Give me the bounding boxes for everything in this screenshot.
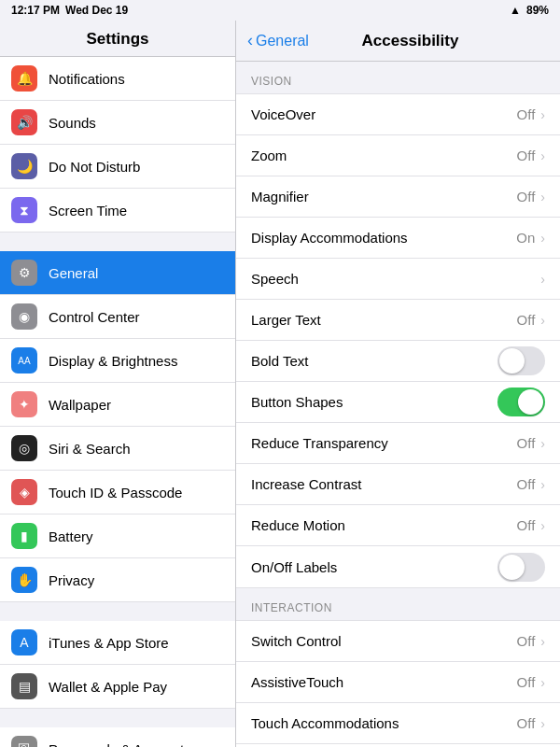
- section-group-1: Switch ControlOff›AssistiveTouchOff›Touc…: [236, 620, 560, 747]
- row-value: Off: [517, 435, 536, 451]
- toggle-button-shapes[interactable]: [497, 388, 545, 416]
- detail-row-0-9[interactable]: Increase ContrastOff›: [236, 464, 560, 505]
- row-value: Off: [517, 715, 536, 731]
- status-left: 12:17 PM Wed Dec 19: [11, 4, 128, 17]
- detail-header: ‹ General Accessibility: [236, 21, 560, 62]
- detail-row-0-1[interactable]: ZoomOff›: [236, 135, 560, 176]
- row-chevron-icon: ›: [540, 107, 545, 122]
- sidebar-group4: ⚿Passwords & Accounts✉Mail👤Contacts📅Cale…: [0, 727, 235, 747]
- row-value: Off: [517, 633, 536, 649]
- row-label: Display Accommodations: [251, 219, 516, 256]
- sidebar-label-do-not-disturb: Do Not Disturb: [49, 159, 140, 175]
- screen-time-icon: ⧗: [11, 197, 37, 223]
- sidebar-label-touch-id: Touch ID & Passcode: [49, 485, 182, 500]
- sidebar-label-sounds: Sounds: [49, 115, 96, 131]
- detail-row-0-6[interactable]: Bold Text: [236, 341, 560, 382]
- sidebar-item-wallpaper[interactable]: ✦Wallpaper: [0, 383, 235, 427]
- row-value: Off: [517, 148, 536, 163]
- sidebar-item-privacy[interactable]: ✋Privacy: [0, 558, 235, 602]
- row-chevron-icon: ›: [540, 716, 545, 731]
- detail-row-0-3[interactable]: Display AccommodationsOn›: [236, 218, 560, 259]
- sidebar-item-itunes[interactable]: AiTunes & App Store: [0, 621, 235, 665]
- row-label: Button Shapes: [251, 384, 497, 420]
- row-value: On: [516, 230, 535, 246]
- detail-row-1-0[interactable]: Switch ControlOff›: [236, 621, 560, 662]
- sidebar-item-siri-search[interactable]: ◎Siri & Search: [0, 427, 235, 471]
- toggle-knob: [499, 348, 525, 374]
- status-bar: 12:17 PM Wed Dec 19 ▲ 89%: [0, 0, 560, 21]
- row-label: Switch Control: [251, 623, 517, 659]
- wallet-icon: ▤: [11, 673, 37, 699]
- row-chevron-icon: ›: [540, 190, 545, 204]
- detail-row-0-4[interactable]: Speech›: [236, 259, 560, 300]
- row-chevron-icon: ›: [540, 477, 545, 492]
- detail-sections: VISIONVoiceOverOff›ZoomOff›MagnifierOff›…: [236, 62, 560, 747]
- sidebar-item-do-not-disturb[interactable]: 🌙Do Not Disturb: [0, 145, 235, 189]
- row-chevron-icon: ›: [540, 148, 545, 163]
- row-chevron-icon: ›: [540, 436, 545, 451]
- sidebar-group2: ⚙General◉Control CenterAADisplay & Brigh…: [0, 251, 235, 602]
- row-value: Off: [517, 106, 536, 122]
- sidebar-label-passwords: Passwords & Accounts: [49, 741, 191, 748]
- sidebar-label-general: General: [49, 265, 98, 281]
- privacy-icon: ✋: [11, 567, 37, 593]
- row-value: Off: [517, 674, 536, 690]
- row-chevron-icon: ›: [540, 518, 545, 533]
- wifi-icon: ▲: [510, 4, 521, 17]
- sidebar-item-general[interactable]: ⚙General: [0, 251, 235, 295]
- sidebar-item-wallet[interactable]: ▤Wallet & Apple Pay: [0, 665, 235, 709]
- sidebar-item-control-center[interactable]: ◉Control Center: [0, 295, 235, 339]
- sidebar-label-siri-search: Siri & Search: [49, 441, 131, 457]
- itunes-icon: A: [11, 629, 37, 655]
- gap2: [0, 602, 235, 621]
- touch-id-icon: ◈: [11, 479, 37, 505]
- sidebar-group3: AiTunes & App Store▤Wallet & Apple Pay: [0, 621, 235, 709]
- sidebar-item-screen-time[interactable]: ⧗Screen Time: [0, 189, 235, 233]
- sidebar-label-itunes: iTunes & App Store: [49, 635, 169, 651]
- sidebar-item-notifications[interactable]: 🔔Notifications: [0, 57, 235, 101]
- toggle-on/off-labels[interactable]: [497, 553, 545, 582]
- sounds-icon: 🔊: [11, 109, 37, 135]
- sidebar-item-sounds[interactable]: 🔊Sounds: [0, 101, 235, 145]
- back-button[interactable]: ‹ General: [247, 31, 309, 50]
- sidebar-label-notifications: Notifications: [49, 71, 125, 87]
- detail-row-0-2[interactable]: MagnifierOff›: [236, 176, 560, 218]
- status-right: ▲ 89%: [510, 4, 549, 17]
- row-label: Magnifier: [251, 178, 517, 215]
- gap3: [0, 709, 235, 727]
- toggle-bold-text[interactable]: [497, 346, 545, 375]
- sidebar-group1: 🔔Notifications🔊Sounds🌙Do Not Disturb⧗Scr…: [0, 57, 235, 233]
- status-time: 12:17 PM: [11, 4, 60, 17]
- detail-row-0-10[interactable]: Reduce MotionOff›: [236, 505, 560, 546]
- row-chevron-icon: ›: [540, 272, 545, 287]
- detail-row-0-0[interactable]: VoiceOverOff›: [236, 94, 560, 135]
- wallpaper-icon: ✦: [11, 391, 37, 417]
- main-layout: Settings 🔔Notifications🔊Sounds🌙Do Not Di…: [0, 21, 560, 747]
- row-label: Bold Text: [251, 343, 497, 379]
- detail-title: Accessibility: [309, 32, 511, 50]
- detail-row-0-5[interactable]: Larger TextOff›: [236, 300, 560, 341]
- detail-row-0-8[interactable]: Reduce TransparencyOff›: [236, 423, 560, 464]
- row-label: VoiceOver: [251, 96, 517, 133]
- detail-row-1-2[interactable]: Touch AccommodationsOff›: [236, 703, 560, 744]
- detail-row-0-11[interactable]: On/Off Labels: [236, 546, 560, 587]
- row-label: Increase Contrast: [251, 466, 517, 502]
- detail-row-1-1[interactable]: AssistiveTouchOff›: [236, 662, 560, 703]
- notifications-icon: 🔔: [11, 65, 37, 92]
- row-chevron-icon: ›: [540, 675, 545, 690]
- sidebar-item-battery[interactable]: ▮Battery: [0, 514, 235, 558]
- display-brightness-icon: AA: [11, 347, 37, 374]
- section-header-1: INTERACTION: [236, 588, 560, 620]
- sidebar-label-privacy: Privacy: [49, 572, 94, 588]
- sidebar-label-wallpaper: Wallpaper: [49, 397, 111, 413]
- row-label: AssistiveTouch: [251, 664, 517, 700]
- sidebar-item-display-brightness[interactable]: AADisplay & Brightness: [0, 339, 235, 383]
- section-header-0: VISION: [236, 62, 560, 93]
- battery-icon: ▮: [11, 523, 37, 549]
- sidebar-item-touch-id[interactable]: ◈Touch ID & Passcode: [0, 471, 235, 514]
- section-group-0: VoiceOverOff›ZoomOff›MagnifierOff›Displa…: [236, 93, 560, 588]
- sidebar-item-passwords[interactable]: ⚿Passwords & Accounts: [0, 727, 235, 747]
- control-center-icon: ◉: [11, 303, 37, 330]
- detail-row-0-7[interactable]: Button Shapes: [236, 382, 560, 423]
- row-chevron-icon: ›: [540, 231, 545, 246]
